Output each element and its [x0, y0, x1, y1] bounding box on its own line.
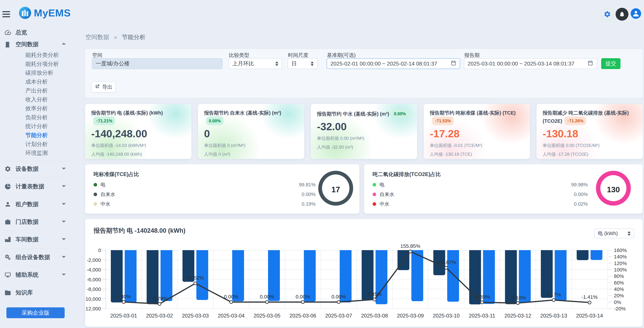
sidebar-item[interactable]: 碳排放分析 [0, 68, 71, 77]
legend-item[interactable]: 中水0.19% [94, 199, 316, 209]
sidebar-item-active[interactable]: 节能分析 [0, 131, 71, 140]
legend-dot-icon [372, 202, 376, 206]
donut-legend: 电99.98%自来水0.00%中水0.02% [372, 180, 588, 209]
svg-text:140%: 140% [614, 254, 627, 260]
stat-card: 报告期节约 中水 (基线-实际) (m³)0.00%-32.00单位面积值 0.… [311, 104, 417, 159]
reporting-period-input[interactable]: 2025-03-01 00:00:00 ~ 2025-03-14 08:01:3… [464, 58, 597, 69]
period-type-select[interactable]: 日 [288, 58, 318, 69]
sidebar-group-space-data[interactable]: 空间数据 [0, 40, 71, 49]
svg-text:120%: 120% [614, 260, 627, 266]
calendar-icon [588, 60, 593, 67]
sidebar-group[interactable]: 知识库 [0, 288, 71, 297]
base-period-input[interactable]: 2025-02-01 00:00:00 ~ 2025-02-14 08:01:3… [326, 58, 460, 69]
filter-panel: 空间 一度城/办公楼 比较类型 上月环比 时间尺度 日 基准期(可选) 2025… [85, 49, 643, 98]
sidebar-item[interactable]: 能耗分类分析 [0, 50, 71, 60]
energy-unit-value: 电 (kWh) [598, 230, 618, 237]
sidebar-item[interactable]: 环境监测 [0, 149, 71, 158]
submit-button[interactable]: 提交 [601, 58, 620, 69]
chart-title: 报告期节约 电 -140248.00 (kWh) [94, 226, 186, 235]
user-icon [4, 201, 12, 208]
sidebar-divider [4, 161, 67, 161]
sidebar-item[interactable]: 收入分析 [0, 95, 71, 104]
period-type-label: 时间尺度 [288, 52, 308, 59]
select-arrows-icon [275, 62, 278, 66]
sidebar-item[interactable]: 效率分析 [0, 104, 71, 113]
gear-icon [4, 166, 12, 172]
svg-text:155.85%: 155.85% [400, 244, 420, 249]
chevron-down-icon [61, 236, 66, 243]
sidebar-item[interactable]: 成本分析 [0, 77, 71, 86]
stat-card-value: -32.00 [317, 120, 411, 132]
svg-text:20%: 20% [614, 293, 624, 298]
stat-card-title: 报告期节约 自来水 (基线-实际) (m³)0.00% [204, 109, 298, 125]
sidebar-group[interactable]: 门店数据 [0, 217, 71, 226]
svg-text:-20%: -20% [614, 306, 626, 312]
legend-item[interactable]: 电99.98% [372, 180, 588, 190]
legend-item[interactable]: 中水0.02% [372, 199, 588, 209]
app-logo[interactable]: MyEMS [19, 7, 71, 19]
chevron-down-icon [61, 183, 66, 190]
sidebar-group[interactable]: 设备数据 [0, 164, 71, 174]
sidebar-item[interactable]: 能耗分项分析 [0, 60, 71, 68]
svg-text:-6,000: -6,000 [87, 277, 101, 282]
legend-item[interactable]: 自来水0.00% [372, 190, 588, 199]
svg-text:-1.41%: -1.41% [582, 294, 598, 300]
donut-card-title: 吨标准煤(TCE)占比 [94, 171, 139, 178]
legend-item[interactable]: 电99.81% [94, 180, 316, 190]
sidebar-item-label: 总览 [16, 28, 27, 36]
stat-card-per-area: 单位面积值 0.00 (TCO2E/M²) [543, 142, 637, 148]
sidebar-group-label: 计量表数据 [16, 182, 44, 190]
stat-card-per-area: 单位面积值 -0.01 (TCE/M²) [430, 142, 524, 148]
chevron-up-icon [61, 41, 66, 48]
brand-name: MyEMS [34, 7, 71, 19]
buy-enterprise-button[interactable]: 采购企业版 [6, 307, 65, 318]
energy-unit-select[interactable]: 电 (kWh) [594, 228, 634, 238]
stat-card-per-capita: 人均值 -140,248.00 (kWh) [91, 151, 185, 157]
sidebar-group-label: 车间数据 [16, 236, 38, 244]
user-avatar-icon[interactable] [631, 8, 641, 19]
svg-text:80%: 80% [614, 273, 624, 279]
stat-card-title: 报告期节约 吨标准煤 (基线-实际) (TCE)↑71.53% [430, 109, 524, 125]
sidebar-item[interactable]: 计划分析 [0, 140, 71, 149]
svg-text:2025-03-02: 2025-03-02 [146, 313, 173, 319]
comparison-label: 比较类型 [229, 52, 249, 59]
comparison-select[interactable]: 上月环比 [228, 58, 282, 69]
breadcrumb-parent[interactable]: 空间数据 [86, 34, 109, 40]
stat-card: 报告期节约 电 (基线-实际) (kWh)↑71.21%-140,248.00单… [85, 104, 191, 159]
notifications-bell-icon[interactable] [616, 8, 628, 21]
space-label: 空间 [92, 52, 102, 59]
sidebar-group-label: 知识库 [16, 289, 33, 296]
legend-value: 0.00% [302, 192, 316, 197]
svg-text:-8,000: -8,000 [87, 286, 101, 292]
factory-icon [4, 236, 12, 243]
svg-text:40%: 40% [614, 286, 624, 292]
settings-gear-icon[interactable] [600, 8, 614, 21]
sidebar-item-overview[interactable]: 总览 [0, 28, 71, 37]
reporting-period-label: 报告期 [464, 52, 480, 59]
export-button[interactable]: 导出 [91, 82, 116, 92]
base-period-value: 2025-02-01 00:00:00 ~ 2025-02-14 08:01:3… [330, 60, 437, 67]
svg-text:2025-03-11: 2025-03-11 [469, 313, 495, 319]
monitor-icon [4, 272, 12, 278]
svg-text:0%: 0% [614, 300, 621, 305]
sidebar-item[interactable]: 产出分析 [0, 86, 71, 95]
stat-card: 报告期节约 吨标准煤 (基线-实际) (TCE)↑71.53%-17.28单位面… [424, 104, 530, 159]
svg-text:2025-03-14: 2025-03-14 [576, 313, 603, 319]
menu-icon[interactable] [2, 11, 10, 19]
export-label: 导出 [102, 84, 112, 90]
sidebar-group[interactable]: 计量表数据 [0, 182, 71, 191]
svg-text:2025-03-13: 2025-03-13 [540, 313, 567, 319]
trend-badge: ↑71.26% [564, 116, 586, 125]
space-input[interactable]: 一度城/办公楼 [92, 58, 222, 69]
sidebar: 总览 空间数据 能耗分类分析能耗分项分析碳排放分析成本分析产出分析收入分析效率分… [0, 26, 71, 328]
sidebar-group[interactable]: 组合设备数据 [0, 252, 71, 262]
sidebar-item[interactable]: 负荷分析 [0, 113, 71, 122]
sidebar-item[interactable]: 统计分析 [0, 122, 71, 131]
legend-item[interactable]: 自来水0.00% [94, 190, 316, 199]
sidebar-group[interactable]: 辅助系统 [0, 270, 71, 280]
svg-text:2025-03-09: 2025-03-09 [397, 313, 424, 319]
export-icon [95, 84, 100, 90]
sidebar-group[interactable]: 租户数据 [0, 200, 71, 209]
sidebar-divider [4, 195, 67, 196]
sidebar-group[interactable]: 车间数据 [0, 235, 71, 244]
